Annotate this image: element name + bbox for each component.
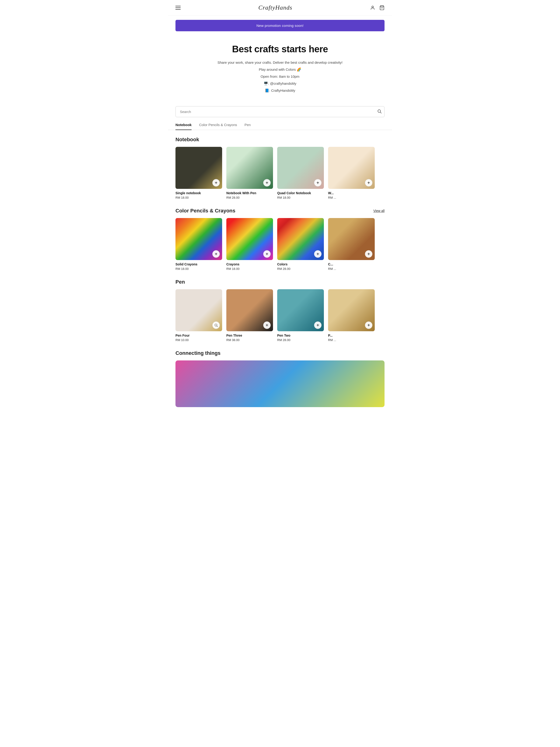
- search-button[interactable]: [377, 109, 382, 114]
- connecting-section-header: Connecting things: [176, 350, 384, 356]
- product-name: Colors: [277, 262, 324, 266]
- crayons-section-title: Color Pencils & Crayons: [176, 208, 235, 214]
- list-item[interactable]: + Crayons RM 18.00: [226, 218, 273, 271]
- hamburger-line: [176, 7, 181, 8]
- product-image: [176, 289, 222, 331]
- product-image: +: [226, 218, 273, 260]
- account-icon: [370, 5, 375, 10]
- category-tabs: Notebook Color Pencils & Crayons Pen: [168, 117, 392, 130]
- product-search-button[interactable]: [212, 321, 220, 329]
- hero-section: Best crafts starts here Share your work,…: [168, 35, 392, 100]
- add-to-cart-button[interactable]: +: [365, 250, 372, 258]
- add-to-cart-button[interactable]: +: [263, 250, 271, 258]
- list-item[interactable]: + Colors RM 28.00: [277, 218, 324, 271]
- hamburger-line: [176, 9, 181, 9]
- promo-banner[interactable]: New promotion coming soon!: [176, 20, 384, 31]
- cart-button[interactable]: [379, 5, 384, 10]
- pen-section-header: Pen: [176, 279, 384, 285]
- crayons-section: Color Pencils & Crayons View all + Solid…: [168, 201, 392, 273]
- list-item[interactable]: + Solid Crayons RM 18.00: [176, 218, 222, 271]
- list-item[interactable]: + W... RM ...: [328, 147, 375, 199]
- menu-button[interactable]: [176, 6, 181, 9]
- list-item[interactable]: + Pen Two RM 28.00: [277, 289, 324, 342]
- search-container: [176, 106, 384, 117]
- list-item[interactable]: + Quad Color Notebook RM 18.00: [277, 147, 324, 199]
- product-image: +: [226, 147, 273, 189]
- search-icon: [377, 109, 382, 113]
- product-price: RM 18.00: [176, 196, 222, 199]
- hero-title: Best crafts starts here: [176, 44, 384, 54]
- product-image: +: [328, 289, 375, 331]
- product-image: +: [277, 289, 324, 331]
- pen-section-title: Pen: [176, 279, 185, 285]
- product-price: RM 18.00: [277, 196, 324, 199]
- account-button[interactable]: [370, 5, 375, 10]
- tab-color-pencils[interactable]: Color Pencils & Crayons: [199, 123, 237, 130]
- add-to-cart-button[interactable]: +: [314, 250, 322, 258]
- pen-section: Pen Pen Four RM 10.00 + Pen Three RM 38.…: [168, 273, 392, 344]
- add-to-cart-button[interactable]: +: [365, 321, 372, 329]
- svg-line-3: [380, 112, 381, 113]
- svg-point-0: [372, 6, 373, 8]
- add-to-cart-button[interactable]: +: [263, 179, 271, 186]
- product-price: RM 38.00: [226, 338, 273, 342]
- product-name: P...: [328, 334, 375, 337]
- product-name: Notebook With Pen: [226, 191, 273, 195]
- add-to-cart-button[interactable]: +: [212, 250, 220, 258]
- hero-subtitle-line1: Share your work, share your crafts. Deli…: [176, 59, 384, 66]
- product-price: RM 28.00: [226, 196, 273, 199]
- add-to-cart-button[interactable]: +: [314, 321, 322, 329]
- product-image: +: [328, 218, 375, 260]
- product-price: RM 10.00: [176, 338, 222, 342]
- pen-products-row: Pen Four RM 10.00 + Pen Three RM 38.00 +…: [176, 289, 384, 344]
- product-price: RM 18.00: [176, 267, 222, 271]
- hero-subtitle-line5: 📘: CraftyHandsMy: [176, 87, 384, 94]
- crayons-products-row: + Solid Crayons RM 18.00 + Crayons RM 18…: [176, 218, 384, 273]
- crayons-section-header: Color Pencils & Crayons View all: [176, 208, 384, 214]
- notebooks-section-title: Notebook: [176, 136, 199, 143]
- cart-icon: [379, 5, 384, 10]
- search-input[interactable]: [176, 106, 384, 117]
- product-price: RM ...: [328, 196, 375, 199]
- header-icons: [370, 5, 384, 10]
- hero-subtitle: Share your work, share your crafts. Deli…: [176, 59, 384, 94]
- notebooks-section: Notebook + Single notebook RM 18.00 + No…: [168, 130, 392, 201]
- hamburger-line: [176, 6, 181, 6]
- product-name: W...: [328, 191, 375, 195]
- product-price: RM 18.00: [226, 267, 273, 271]
- product-image: +: [176, 147, 222, 189]
- search-icon: [214, 323, 218, 327]
- list-item[interactable]: + Pen Three RM 38.00: [226, 289, 273, 342]
- product-image: +: [328, 147, 375, 189]
- product-name: Single notebook: [176, 191, 222, 195]
- tab-pen[interactable]: Pen: [244, 123, 251, 130]
- product-name: Crayons: [226, 262, 273, 266]
- hero-subtitle-line2: Play around with Colors 🌈: [176, 66, 384, 73]
- list-item[interactable]: Pen Four RM 10.00: [176, 289, 222, 342]
- product-name: Solid Crayons: [176, 262, 222, 266]
- connecting-image: [176, 360, 384, 407]
- product-name: C...: [328, 262, 375, 266]
- list-item[interactable]: + C... RM ...: [328, 218, 375, 271]
- product-name: Pen Three: [226, 334, 273, 337]
- add-to-cart-button[interactable]: +: [365, 179, 372, 186]
- product-name: Quad Color Notebook: [277, 191, 324, 195]
- product-price: RM 28.00: [277, 338, 324, 342]
- list-item[interactable]: + P... RM ...: [328, 289, 375, 342]
- view-all-crayons-button[interactable]: View all: [373, 209, 384, 213]
- hero-subtitle-line4: 🖥️: @craftyhandsMy: [176, 80, 384, 87]
- add-to-cart-button[interactable]: +: [314, 179, 322, 186]
- tab-notebook[interactable]: Notebook: [176, 123, 192, 130]
- list-item[interactable]: + Single notebook RM 18.00: [176, 147, 222, 199]
- product-price: RM ...: [328, 338, 375, 342]
- add-to-cart-button[interactable]: +: [212, 179, 220, 186]
- product-image: +: [176, 218, 222, 260]
- connecting-section-title: Connecting things: [176, 350, 220, 356]
- notebooks-products-row: + Single notebook RM 18.00 + Notebook Wi…: [176, 147, 384, 201]
- logo: CraftyHands: [258, 4, 292, 11]
- list-item[interactable]: + Notebook With Pen RM 28.00: [226, 147, 273, 199]
- product-image: +: [277, 147, 324, 189]
- add-to-cart-button[interactable]: +: [263, 321, 271, 329]
- product-price: RM ...: [328, 267, 375, 271]
- header: CraftyHands: [168, 0, 392, 16]
